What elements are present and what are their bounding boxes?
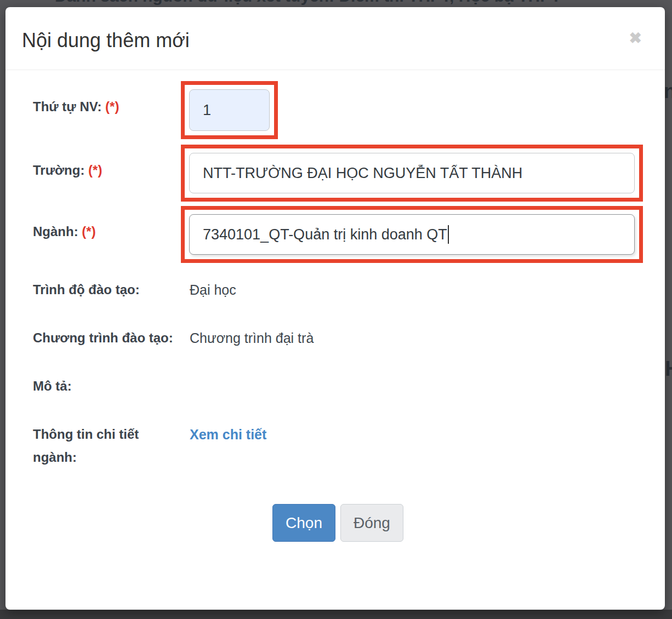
label-text: Trường: <box>33 163 84 177</box>
modal-header: Nội dung thêm mới ✖ <box>5 7 665 70</box>
background-page-heading: Danh sách nguồn dữ liệu xét tuyển: Điểm … <box>55 0 561 6</box>
field-label-chuong-trinh-dao-tao: Chương trình đào tạo: <box>33 326 181 349</box>
form-row-nganh: Ngành: (*) 7340101_QT-Quản trị kinh doan… <box>33 206 643 263</box>
modal-footer: Chọn Đóng <box>33 504 643 542</box>
nganh-input-value: 7340101_QT-Quản trị kinh doanh QT <box>203 226 447 243</box>
thu-tu-nv-input[interactable] <box>189 89 270 131</box>
nganh-input[interactable]: 7340101_QT-Quản trị kinh doanh QT <box>189 214 635 255</box>
required-marker: (*) <box>82 224 95 239</box>
field-label-trinh-do-dao-tao: Trình độ đào tạo: <box>33 278 181 301</box>
chuong-trinh-dao-tao-value: Chương trình đại trà <box>181 326 643 349</box>
label-text: Thứ tự NV: <box>33 99 101 114</box>
form-row-thong-tin-chi-tiet: Thông tin chi tiết ngành: Xem chi tiết <box>33 423 643 469</box>
required-marker: (*) <box>105 99 119 114</box>
form-row-truong: Trường: (*) <box>33 145 643 202</box>
modal-body: Thứ tự NV: (*) Trường: (*) <box>5 70 665 542</box>
truong-input[interactable] <box>189 153 635 193</box>
field-label-thong-tin-chi-tiet: Thông tin chi tiết ngành: <box>33 423 181 469</box>
field-control: 7340101_QT-Quản trị kinh doanh QT <box>181 206 643 263</box>
form-row-mo-ta: Mô tả: <box>33 375 643 398</box>
modal-dialog: Nội dung thêm mới ✖ Thứ tự NV: (*) Trườn… <box>5 7 665 610</box>
field-label-thu-tu-nv: Thứ tự NV: (*) <box>33 81 181 118</box>
modal-title: Nội dung thêm mới <box>22 28 190 53</box>
field-control <box>181 145 643 202</box>
form-row-thu-tu-nv: Thứ tự NV: (*) <box>33 81 643 139</box>
chon-button[interactable]: Chọn <box>272 504 335 542</box>
text-cursor <box>448 225 449 244</box>
highlight-annotation-box <box>181 145 643 202</box>
close-icon[interactable]: ✖ <box>628 28 643 49</box>
trinh-do-dao-tao-value: Đại học <box>181 278 643 301</box>
form-row-chuong-trinh-dao-tao: Chương trình đào tạo: Chương trình đại t… <box>33 326 643 349</box>
field-label-nganh: Ngành: (*) <box>33 206 181 243</box>
background-text-fragment-top: ng <box>664 80 672 103</box>
field-control: Chương trình đại trà <box>181 326 643 349</box>
field-control: Xem chi tiết <box>181 423 643 446</box>
required-marker: (*) <box>88 163 102 177</box>
highlight-annotation-box: 7340101_QT-Quản trị kinh doanh QT <box>181 206 643 263</box>
field-label-truong: Trường: (*) <box>33 145 181 182</box>
background-bottom-strip <box>0 610 672 619</box>
highlight-annotation-box <box>181 81 278 139</box>
field-control: Đại học <box>181 278 643 301</box>
field-label-mo-ta: Mô tả: <box>33 375 181 398</box>
xem-chi-tiet-link[interactable]: Xem chi tiết <box>181 423 266 446</box>
background-text-fragment-bottom: H <box>665 357 672 381</box>
field-control <box>181 81 643 139</box>
dong-button[interactable]: Đóng <box>340 504 403 542</box>
form-row-trinh-do-dao-tao: Trình độ đào tạo: Đại học <box>33 278 643 301</box>
label-text: Ngành: <box>33 224 78 239</box>
